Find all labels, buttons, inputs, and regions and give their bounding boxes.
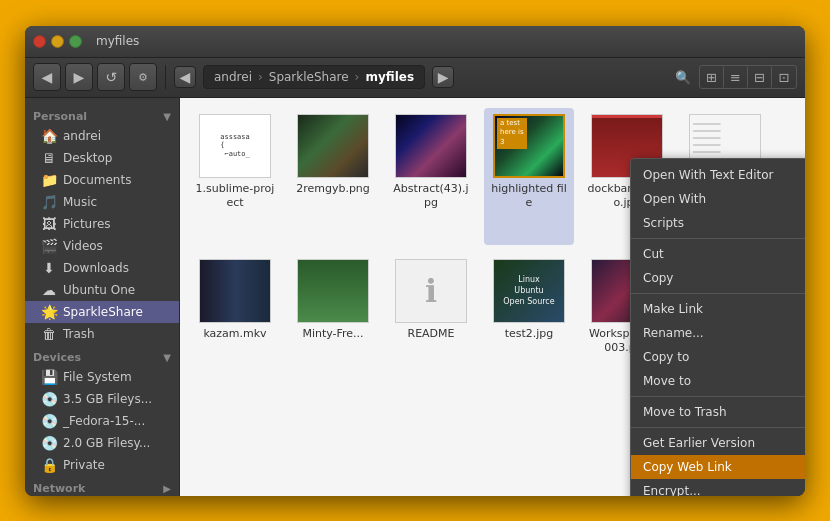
reload-button[interactable]: ↺	[97, 63, 125, 91]
ctx-encrypt[interactable]: Encrypt...	[631, 479, 805, 496]
sidebar-item-trash[interactable]: 🗑 Trash	[25, 323, 179, 345]
file-thumbnail	[199, 259, 271, 323]
file-label: test2.jpg	[505, 327, 554, 341]
breadcrumb-andrei[interactable]: andrei	[210, 68, 256, 86]
sidebar-label-fedora: _Fedora-15-...	[63, 414, 145, 428]
ctx-make-link[interactable]: Make Link	[631, 297, 805, 321]
devices-label: Devices	[33, 351, 81, 364]
readme-icon: ℹ	[425, 272, 437, 310]
list-item[interactable]: kazam.mkv	[190, 253, 280, 362]
forward-button[interactable]: ▶	[65, 63, 93, 91]
maximize-button[interactable]	[69, 35, 82, 48]
sidebar-item-filesystem[interactable]: 💾 File System	[25, 366, 179, 388]
list-view-button[interactable]: ≡	[724, 66, 748, 88]
sidebar-item-ubuntu-one[interactable]: ☁ Ubuntu One	[25, 279, 179, 301]
file-label: Minty-Fre...	[302, 327, 363, 341]
nav-prev-button[interactable]: ◀	[174, 66, 196, 88]
ctx-separator	[631, 396, 805, 397]
file-label: kazam.mkv	[203, 327, 266, 341]
file-label: Abstract(43).jpg	[390, 182, 472, 211]
ctx-label: Open With Text Editor	[643, 168, 774, 182]
ctx-rename[interactable]: Rename...	[631, 321, 805, 345]
sidebar: Personal ▼ 🏠 andrei 🖥 Desktop 📁 Document…	[25, 98, 180, 496]
ctx-copy-to[interactable]: Copy to ▶	[631, 345, 805, 369]
compact-view-button[interactable]: ⊟	[748, 66, 772, 88]
file-area[interactable]: asssasa{ ⌐auto_ 1.sublime-project 2remgy…	[180, 98, 805, 496]
icon-view-button[interactable]: ⊞	[700, 66, 724, 88]
personal-label: Personal	[33, 110, 87, 123]
breadcrumb: andrei › SparkleShare › myfiles	[203, 65, 425, 89]
sidebar-item-videos[interactable]: 🎬 Videos	[25, 235, 179, 257]
sidebar-item-documents[interactable]: 📁 Documents	[25, 169, 179, 191]
personal-section-header: Personal ▼	[25, 106, 179, 125]
ctx-move-to[interactable]: Move to ▶	[631, 369, 805, 393]
sidebar-label-ubuntu-one: Ubuntu One	[63, 283, 135, 297]
videos-icon: 🎬	[41, 238, 57, 254]
ctx-move-to-trash[interactable]: Move to Trash	[631, 400, 805, 424]
ctx-copy-web-link[interactable]: Copy Web Link	[631, 455, 805, 479]
breadcrumb-sep2: ›	[355, 70, 360, 84]
file-label: highlighted file	[488, 182, 570, 211]
nav-next-button[interactable]: ▶	[432, 66, 454, 88]
sidebar-item-private[interactable]: 🔒 Private	[25, 454, 179, 476]
home-icon: 🏠	[41, 128, 57, 144]
ctx-cut[interactable]: Cut	[631, 242, 805, 266]
list-item[interactable]: a testhere is3 highlighted file	[484, 108, 574, 245]
sidebar-item-desktop[interactable]: 🖥 Desktop	[25, 147, 179, 169]
toolbar-separator	[165, 65, 166, 89]
sidebar-item-andrei[interactable]: 🏠 andrei	[25, 125, 179, 147]
list-item[interactable]: ℹ README	[386, 253, 476, 362]
ctx-open-with-text-editor[interactable]: Open With Text Editor ▶	[631, 163, 805, 187]
network-arrow: ▶	[163, 483, 171, 494]
breadcrumb-myfiles[interactable]: myfiles	[361, 68, 418, 86]
sidebar-item-downloads[interactable]: ⬇ Downloads	[25, 257, 179, 279]
list-item[interactable]: 2remgyb.png	[288, 108, 378, 245]
traffic-lights	[33, 35, 82, 48]
network-section-header[interactable]: Network ▶	[25, 476, 179, 496]
sidebar-item-music[interactable]: 🎵 Music	[25, 191, 179, 213]
column-view-button[interactable]: ⊡	[772, 66, 796, 88]
list-item[interactable]: asssasa{ ⌐auto_ 1.sublime-project	[190, 108, 280, 245]
minimize-button[interactable]	[51, 35, 64, 48]
ctx-label: Scripts	[643, 216, 684, 230]
close-button[interactable]	[33, 35, 46, 48]
sidebar-item-fedora[interactable]: 💿 _Fedora-15-...	[25, 410, 179, 432]
search-button[interactable]: 🔍	[671, 66, 695, 88]
sparkleshare-icon: 🌟	[41, 304, 57, 320]
list-item[interactable]: LinuxUbuntuOpen Source test2.jpg	[484, 253, 574, 362]
ctx-scripts[interactable]: Scripts ▶	[631, 211, 805, 235]
sidebar-label-downloads: Downloads	[63, 261, 129, 275]
breadcrumb-sparkleshare[interactable]: SparkleShare	[265, 68, 353, 86]
ctx-get-earlier-version[interactable]: Get Earlier Version ▶	[631, 431, 805, 455]
ctx-label: Make Link	[643, 302, 703, 316]
sidebar-label-3gb: 3.5 GB Fileys...	[63, 392, 152, 406]
ctx-copy[interactable]: Copy	[631, 266, 805, 290]
sidebar-item-pictures[interactable]: 🖼 Pictures	[25, 213, 179, 235]
file-thumbnail	[297, 114, 369, 178]
sidebar-label-trash: Trash	[63, 327, 95, 341]
sidebar-item-sparkleshare[interactable]: 🌟 SparkleShare	[25, 301, 179, 323]
trash-icon: 🗑	[41, 326, 57, 342]
ctx-open-with[interactable]: Open With ▶	[631, 187, 805, 211]
list-item[interactable]: Minty-Fre...	[288, 253, 378, 362]
documents-icon: 📁	[41, 172, 57, 188]
menu-button[interactable]: ⚙	[129, 63, 157, 91]
sublime-thumb: asssasa{ ⌐auto_	[218, 131, 252, 160]
ctx-label: Cut	[643, 247, 664, 261]
back-button[interactable]: ◀	[33, 63, 61, 91]
filesystem-icon: 💾	[41, 369, 57, 385]
sidebar-label-music: Music	[63, 195, 97, 209]
file-label: README	[407, 327, 454, 341]
window-title: myfiles	[96, 34, 139, 48]
ubuntu-one-icon: ☁	[41, 282, 57, 298]
sidebar-item-3gb[interactable]: 💿 3.5 GB Fileys...	[25, 388, 179, 410]
devices-section-header: Devices ▼	[25, 345, 179, 366]
network-label: Network	[33, 482, 85, 495]
ctx-label: Copy Web Link	[643, 460, 732, 474]
ctx-label: Move to Trash	[643, 405, 727, 419]
sidebar-item-2gb[interactable]: 💿 2.0 GB Filesy...	[25, 432, 179, 454]
ctx-label: Copy to	[643, 350, 689, 364]
file-thumbnail: asssasa{ ⌐auto_	[199, 114, 271, 178]
list-item[interactable]: Abstract(43).jpg	[386, 108, 476, 245]
toolbar: ◀ ▶ ↺ ⚙ ◀ andrei › SparkleShare › myfile…	[25, 58, 805, 98]
